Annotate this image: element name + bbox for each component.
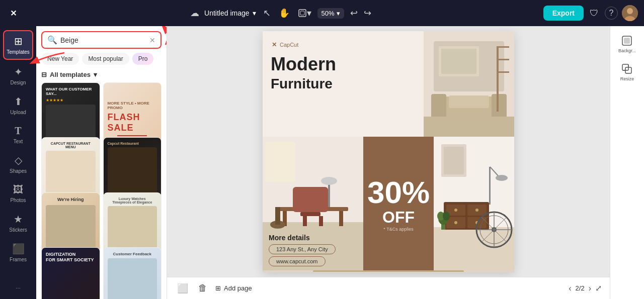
svg-point-60 (496, 175, 508, 181)
search-box[interactable]: 🔍 ✕ (41, 31, 162, 49)
search-input[interactable] (60, 36, 146, 44)
sidebar-item-photos[interactable]: 🖼 Photos (3, 180, 33, 207)
canvas-discount-section: 30% OFF * T&Cs applies (363, 137, 434, 272)
capcut-logo-icon: ✕ (271, 41, 278, 48)
page-navigation: ‹ 2/2 › ⤢ (569, 283, 602, 293)
frame-button[interactable]: ⬜ (175, 281, 190, 296)
sidebar-item-text-label: Text (14, 139, 23, 144)
filter-tab-pro[interactable]: Pro (132, 53, 154, 65)
canvas-bottom-right-image (434, 137, 514, 272)
all-templates-bar[interactable]: ⊟ All templates ▾ (36, 69, 167, 82)
scroll-indicator (263, 270, 514, 272)
template-card[interactable]: Customer Feedback (103, 247, 162, 299)
sidebar-item-frames-label: Frames (10, 257, 27, 262)
canvas-headline-line2: Furniture (271, 76, 416, 92)
background-icon (621, 35, 632, 46)
canvas-workspace[interactable]: ✕ CapCut Modern Furniture (167, 26, 610, 277)
template-card[interactable]: DIGITIZATIONFOR SMART SOCIETY (41, 247, 100, 299)
frames-icon: ⬛ (12, 243, 25, 255)
select-tool-button[interactable]: ↖ (261, 6, 273, 21)
svg-point-5 (627, 8, 633, 14)
template-grid: WHAT OUR CUSTOMER SAY... ★★★★★ MORE STYL… (36, 82, 167, 299)
add-page-label: Add page (224, 284, 252, 292)
resize-label: Resize (620, 76, 634, 81)
topbar-right: Export 🛡 ? (543, 5, 638, 21)
zoom-control[interactable]: 50% ▾ (317, 8, 344, 19)
svg-rect-19 (497, 71, 509, 73)
svg-rect-30 (303, 216, 307, 226)
sofa-room-svg (424, 31, 514, 137)
filter-tab-new-year[interactable]: New Year (41, 53, 79, 65)
svg-rect-3 (300, 11, 304, 15)
svg-rect-36 (265, 142, 295, 182)
canvas-content: ✕ CapCut Modern Furniture (263, 31, 514, 272)
export-button[interactable]: Export (543, 6, 584, 21)
sidebar-more-button[interactable]: ⋯ (3, 281, 33, 295)
expand-button[interactable]: ⤢ (595, 283, 602, 293)
discount-sub-text: * T&Cs applies (383, 227, 413, 232)
resize-button[interactable]: Resize (617, 60, 637, 84)
delete-button[interactable]: 🗑 (196, 281, 209, 295)
template-panel: 🔍 ✕ New Year Most popular Pro ⊟ All temp… (36, 26, 167, 299)
shield-button[interactable]: 🛡 (588, 6, 601, 21)
doc-title-area[interactable]: Untitled image ▾ (204, 9, 256, 17)
undo-redo: ↩ ↪ (348, 6, 373, 21)
svg-text:✕: ✕ (10, 9, 17, 18)
topbar: ✕ ☁ Untitled image ▾ ↖ ✋ ▾ 50% ▾ ↩ ↪ (0, 0, 644, 26)
add-page-button[interactable]: ⊞ Add page (215, 284, 252, 292)
svg-rect-27 (339, 211, 343, 226)
undo-button[interactable]: ↩ (348, 6, 360, 21)
svg-rect-17 (497, 46, 509, 48)
cloud-icon: ☁ (190, 8, 199, 19)
add-page-icon: ⊞ (215, 284, 221, 292)
filter-tabs: New Year Most popular Pro (36, 49, 167, 69)
more-details-label: More details (269, 234, 336, 242)
sidebar-item-shapes-label: Shapes (10, 168, 27, 174)
svg-rect-21 (441, 49, 476, 74)
photos-icon: 🖼 (13, 184, 23, 195)
svg-rect-58 (489, 167, 491, 205)
capcut-logo-text: CapCut (280, 42, 298, 48)
canvas-bottom-bar: ⬜ 🗑 ⊞ Add page ‹ 2/2 › ⤢ (167, 277, 610, 299)
page-prev-button[interactable]: ‹ (569, 284, 571, 293)
doc-title-dropdown-icon[interactable]: ▾ (253, 9, 256, 17)
svg-rect-39 (434, 227, 514, 272)
background-label: Backgr... (618, 48, 636, 53)
svg-point-46 (475, 209, 478, 212)
svg-rect-2 (299, 10, 306, 17)
sidebar-item-stickers[interactable]: ★ Stickers (3, 209, 33, 237)
page-current: 2 (576, 284, 579, 292)
help-button[interactable]: ? (605, 7, 618, 20)
svg-rect-15 (424, 117, 514, 137)
logo-icon: ✕ (6, 6, 20, 20)
stickers-icon: ★ (14, 213, 23, 225)
all-templates-dropdown-icon: ▾ (94, 71, 97, 78)
discount-off-label: OFF (382, 208, 415, 227)
svg-point-33 (321, 177, 337, 185)
svg-rect-31 (319, 216, 323, 226)
sidebar-item-upload[interactable]: ⬆ Upload (3, 91, 33, 119)
doc-title: Untitled image (204, 9, 250, 17)
canvas-headline-line1: Modern (271, 54, 416, 74)
avatar[interactable] (622, 5, 638, 21)
filter-tab-most-popular[interactable]: Most popular (82, 53, 129, 65)
sidebar-item-templates-label: Templates (7, 49, 30, 55)
redo-button[interactable]: ↪ (362, 6, 373, 21)
hand-tool-button[interactable]: ✋ (277, 6, 292, 21)
svg-rect-50 (444, 147, 464, 174)
svg-point-64 (443, 212, 450, 221)
dresser-room-svg (434, 137, 514, 272)
frame-tool-button[interactable]: ▾ (296, 6, 313, 21)
sidebar-item-design[interactable]: ✦ Design (3, 62, 33, 89)
sidebar-item-text[interactable]: T Text (3, 121, 33, 148)
page-total: 2 (581, 284, 584, 292)
shapes-icon: ◇ (15, 154, 22, 166)
sidebar-item-templates[interactable]: ⊞ Templates (3, 30, 33, 60)
capcut-logo: ✕ CapCut (271, 41, 416, 48)
sidebar-item-frames[interactable]: ⬛ Frames (3, 239, 33, 266)
page-next-button[interactable]: › (589, 284, 591, 293)
sidebar-item-shapes[interactable]: ◇ Shapes (3, 150, 33, 178)
background-button[interactable]: Backgr... (615, 32, 639, 56)
all-templates-icon: ⊟ (41, 71, 47, 78)
page-indicator: 2/2 (576, 284, 585, 292)
